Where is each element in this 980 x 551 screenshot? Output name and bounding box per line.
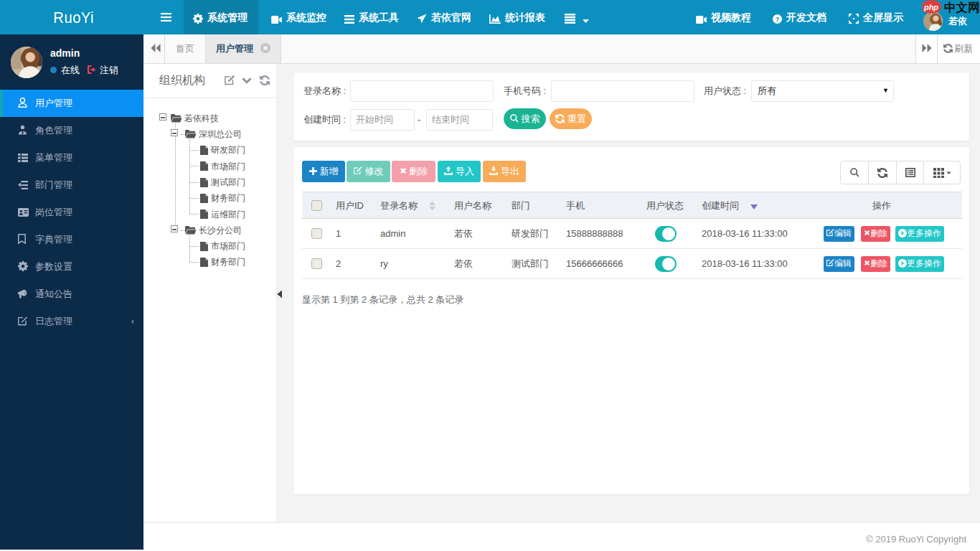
svg-text:中文网: 中文网 bbox=[944, 1, 980, 14]
svg-text:php: php bbox=[923, 3, 938, 11]
svg-text:?: ? bbox=[776, 15, 780, 23]
